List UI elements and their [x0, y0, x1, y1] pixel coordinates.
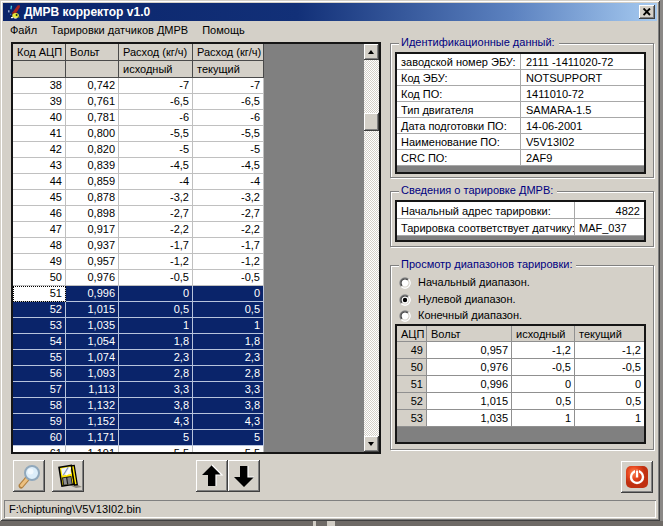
main-table-header-row2: исходныйтекущий: [13, 61, 264, 78]
ranges-cell: 51: [397, 376, 427, 393]
id-label: Наименование ПО:: [397, 134, 520, 150]
menu-item-0[interactable]: Файл: [3, 22, 44, 41]
table-row-51[interactable]: 510,99600: [13, 286, 264, 302]
table-cell: 1,8: [119, 334, 193, 350]
table-cell: 3,3: [193, 382, 264, 398]
ranges-cell: -0,5: [575, 359, 644, 376]
table-cell: 5: [193, 430, 264, 446]
table-cell: 50: [13, 270, 66, 286]
table-cell: 38: [13, 78, 66, 94]
table-row-59[interactable]: 591,1524,34,3: [13, 414, 264, 430]
table-cell: -6,5: [193, 94, 264, 110]
table-cell: 0: [193, 286, 264, 302]
table-cell: 0,781: [66, 110, 119, 126]
table-cell: 0,5: [119, 302, 193, 318]
menu-item-2[interactable]: Помощь: [195, 22, 252, 41]
table-cell: 0,996: [66, 286, 119, 302]
table-cell: 1,093: [66, 366, 119, 382]
table-row-46[interactable]: 460,898-2,7-2,7: [13, 206, 264, 222]
table-row-54[interactable]: 541,0541,81,8: [13, 334, 264, 350]
radio-circle-icon: [399, 294, 411, 306]
table-cell: 1,152: [66, 414, 119, 430]
background-window-mark: [327, 521, 335, 526]
table-row-42[interactable]: 420,820-5-5: [13, 142, 264, 158]
table-cell: 45: [13, 190, 66, 206]
table-cell: 1,015: [66, 302, 119, 318]
table-cell: 3,8: [193, 398, 264, 414]
identification-grid: заводской номер ЭБУ:2111 -1411020-72Код …: [395, 52, 646, 174]
table-row-43[interactable]: 430,839-4,5-4,5: [13, 158, 264, 174]
calibration-table[interactable]: Код АЦПВольтРасход (кг/ч)Расход (кг/ч)ис…: [11, 42, 381, 454]
table-scrollbar[interactable]: [364, 44, 379, 452]
table-cell: -4,5: [193, 158, 264, 174]
radio-label: Начальный диапазон.: [418, 276, 530, 288]
identification-row: Дата подготовки ПО:14-06-2001: [397, 118, 644, 134]
triangle-down-icon: [368, 442, 374, 446]
table-cell: 1: [119, 318, 193, 334]
ranges-cell: -1,2: [575, 342, 644, 359]
table-row-61[interactable]: 611,1915,55,5: [13, 446, 264, 452]
table-row-41[interactable]: 410,800-5,5-5,5: [13, 126, 264, 142]
radio-label: Нулевой диапазон.: [418, 293, 516, 305]
table-row-44[interactable]: 440,859-4-4: [13, 174, 264, 190]
table-cell: 1: [193, 318, 264, 334]
close-button[interactable]: [639, 5, 655, 19]
table-cell: 46: [13, 206, 66, 222]
id-label: заводской номер ЭБУ:: [397, 54, 520, 70]
table-cell: -5: [193, 142, 264, 158]
table-row-58[interactable]: 581,1323,83,8: [13, 398, 264, 414]
table-row-45[interactable]: 450,878-3,2-3,2: [13, 190, 264, 206]
table-row-55[interactable]: 551,0742,32,3: [13, 350, 264, 366]
id-label: Дата подготовки ПО:: [397, 118, 520, 134]
table-row-47[interactable]: 470,917-2,2-2,2: [13, 222, 264, 238]
zoom-button[interactable]: [13, 460, 45, 492]
scrollbar-up-button[interactable]: [364, 44, 379, 60]
triangle-up-icon: [368, 50, 374, 54]
table-cell: -7: [193, 78, 264, 94]
main-table-header-cell: Расход (кг/ч): [193, 44, 264, 61]
table-row-38[interactable]: 380,742-7-7: [13, 78, 264, 94]
table-row-50[interactable]: 500,976-0,5-0,5: [13, 270, 264, 286]
table-cell: 44: [13, 174, 66, 190]
table-cell: -6,5: [119, 94, 193, 110]
exit-button[interactable]: [621, 461, 653, 493]
main-table-header-cell: Вольт: [66, 44, 119, 61]
table-cell: 52: [13, 302, 66, 318]
scrollbar-down-button[interactable]: [364, 436, 379, 452]
identification-rows: заводской номер ЭБУ:2111 -1411020-72Код …: [397, 54, 644, 166]
background-window-mark: [313, 521, 316, 526]
table-cell: 39: [13, 94, 66, 110]
ranges-cell: 0,5: [575, 393, 644, 410]
table-row-39[interactable]: 390,761-6,5-6,5: [13, 94, 264, 110]
table-cell: -4,5: [119, 158, 193, 174]
table-row-49[interactable]: 490,957-1,2-1,2: [13, 254, 264, 270]
table-row-48[interactable]: 480,937-1,7-1,7: [13, 238, 264, 254]
table-row-53[interactable]: 531,03511: [13, 318, 264, 334]
table-cell: 0,742: [66, 78, 119, 94]
move-up-button[interactable]: [196, 460, 228, 492]
ranges-rows: АЦПВольтисходныйтекущий490,957-1,2-1,250…: [397, 326, 644, 427]
file-path: F:\chiptuning\V5V13I02.bin: [9, 503, 141, 515]
table-row-40[interactable]: 400,781-6-6: [13, 110, 264, 126]
calibration-info-row: Начальный адрес тарировки:4822: [397, 202, 644, 219]
save-button[interactable]: [52, 460, 84, 492]
table-row-57[interactable]: 571,1133,33,3: [13, 382, 264, 398]
floppy-disk-icon: [54, 462, 82, 490]
table-cell: 0,957: [66, 254, 119, 270]
table-cell: 1,035: [66, 318, 119, 334]
table-cell: -4: [119, 174, 193, 190]
table-cell: 55: [13, 350, 66, 366]
ranges-cell: 53: [397, 410, 427, 427]
table-row-60[interactable]: 601,17155: [13, 430, 264, 446]
table-cell: 60: [13, 430, 66, 446]
app-window: ДМРВ корректор v1.0 ФайлТарировки датчик…: [0, 0, 660, 521]
table-row-56[interactable]: 561,0932,82,8: [13, 366, 264, 382]
scrollbar-thumb[interactable]: [364, 113, 379, 131]
window-title: ДМРВ корректор v1.0: [24, 5, 150, 19]
id-label: CRC ПО:: [397, 150, 520, 166]
table-row-52[interactable]: 521,0150,50,5: [13, 302, 264, 318]
table-cell: 49: [13, 254, 66, 270]
move-down-button[interactable]: [228, 460, 260, 492]
ranges-cell: 1,015: [427, 393, 512, 410]
menu-item-1[interactable]: Тарировки датчиков ДМРВ: [44, 22, 195, 41]
